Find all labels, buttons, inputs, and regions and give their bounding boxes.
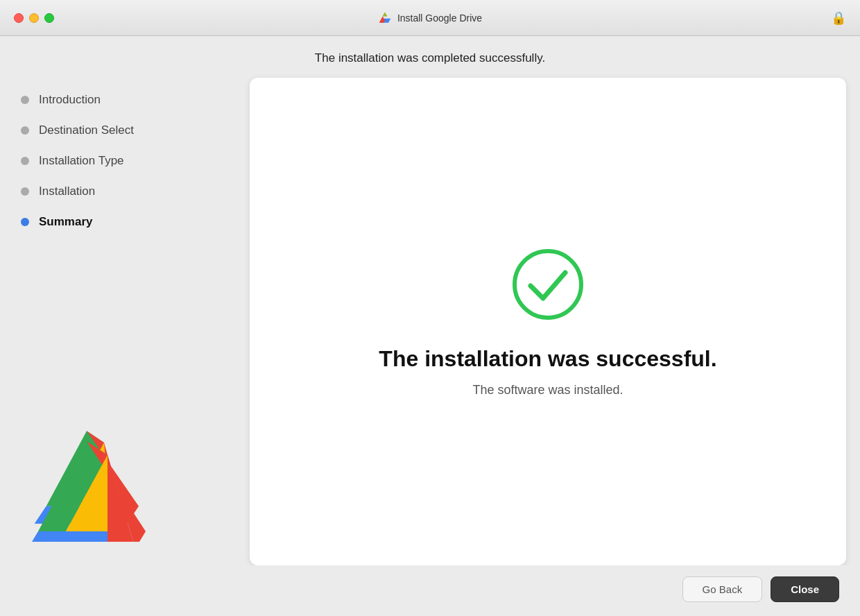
sidebar-item-installation: Installation	[21, 176, 250, 207]
bottom-bar: Go Back Close	[0, 565, 860, 616]
close-window-button[interactable]	[14, 13, 24, 23]
nav-label-introduction: Introduction	[39, 93, 101, 107]
nav-dot-summary	[21, 218, 29, 226]
nav-dot-introduction	[21, 96, 29, 104]
close-button[interactable]: Close	[771, 576, 839, 602]
nav-dot-installation-type	[21, 157, 29, 165]
window-title: Install Google Drive	[397, 12, 482, 24]
body-area: Introduction Destination Select Installa…	[0, 78, 860, 565]
window-controls[interactable]	[14, 13, 54, 23]
title-bar: Install Google Drive 🔒	[0, 0, 860, 36]
status-bar: The installation was completed successfu…	[0, 36, 860, 78]
main-panel: The installation was successful. The sof…	[250, 78, 846, 565]
sidebar-item-installation-type: Installation Type	[21, 146, 250, 176]
success-subtitle: The software was installed.	[472, 383, 623, 397]
nav-dot-destination-select	[21, 126, 29, 135]
sidebar-item-summary: Summary	[21, 207, 250, 237]
maximize-window-button[interactable]	[44, 13, 54, 23]
nav-label-summary: Summary	[39, 215, 92, 229]
success-icon-container	[510, 246, 586, 325]
google-drive-logo-area	[21, 411, 250, 551]
go-back-button[interactable]: Go Back	[682, 576, 763, 602]
nav-list: Introduction Destination Select Installa…	[21, 85, 250, 237]
svg-point-5	[515, 251, 581, 318]
success-checkmark-icon	[510, 246, 586, 323]
nav-label-installation-type: Installation Type	[39, 154, 124, 168]
sidebar-item-introduction: Introduction	[21, 85, 250, 115]
nav-label-destination-select: Destination Select	[39, 123, 134, 137]
title-bar-content: Install Google Drive	[378, 11, 482, 25]
google-drive-logo-proper	[28, 434, 146, 542]
nav-dot-installation	[21, 187, 29, 196]
lock-icon: 🔒	[831, 10, 846, 26]
nav-label-installation: Installation	[39, 185, 95, 198]
success-title: The installation was successful.	[379, 346, 716, 372]
status-message: The installation was completed successfu…	[315, 51, 545, 65]
google-drive-title-icon	[378, 11, 392, 25]
minimize-window-button[interactable]	[29, 13, 39, 23]
window-content: The installation was completed successfu…	[0, 36, 860, 616]
sidebar-item-destination-select: Destination Select	[21, 115, 250, 146]
sidebar: Introduction Destination Select Installa…	[0, 78, 250, 565]
